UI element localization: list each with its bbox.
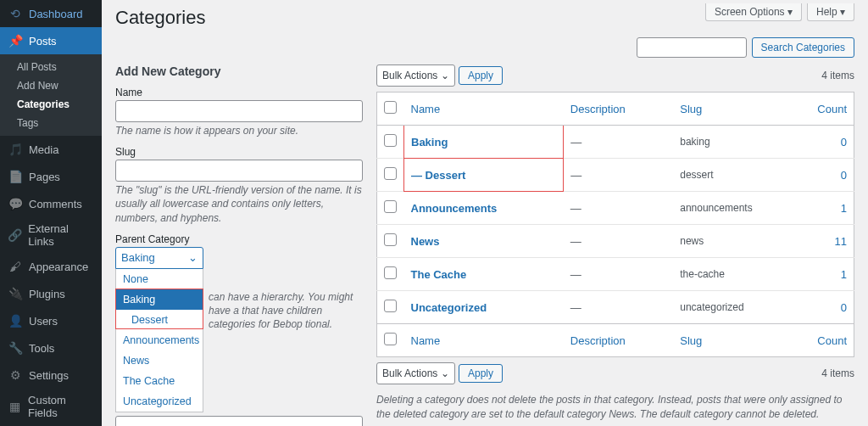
category-count-link[interactable]: 1 [841,268,847,281]
dropdown-option-news[interactable]: News [116,350,203,371]
category-slug: announcements [673,192,810,225]
dropdown-option-uncategorized[interactable]: Uncategorized [116,391,203,412]
grid-icon: ▦ [7,398,23,415]
category-count-link[interactable]: 0 [841,301,847,314]
category-name-link[interactable]: The Cache [411,268,467,281]
table-row: Baking—baking0 [377,126,854,159]
col-name-foot[interactable]: Name [404,324,564,357]
sidebar-item-media[interactable]: 🎵 Media [0,136,102,163]
categories-list: Bulk Actions ⌄ Apply 4 items Name Descri… [376,64,854,426]
page-icon: 📄 [7,168,24,185]
row-checkbox[interactable] [384,134,397,147]
row-checkbox[interactable] [384,200,397,213]
parent-category-select[interactable]: Baking ⌄ [115,247,203,269]
category-slug: uncategorized [673,291,810,324]
sidebar-item-label: Media [29,143,58,156]
sidebar-item-label: Appearance [29,261,88,273]
category-name-link[interactable]: News [411,235,440,248]
chevron-down-icon: ⌄ [441,367,449,379]
sidebar-item-users[interactable]: 👤 Users [0,307,102,334]
submenu-all-posts[interactable]: All Posts [0,58,102,76]
dropdown-option-the-cache[interactable]: The Cache [116,371,203,391]
category-count-link[interactable]: 11 [835,235,847,248]
help-button[interactable]: Help ▾ [807,3,854,21]
submenu-categories[interactable]: Categories [0,95,102,114]
sidebar-item-appearance[interactable]: 🖌 Appearance [0,253,102,280]
name-input[interactable] [115,100,363,122]
category-count-link[interactable]: 1 [841,202,847,215]
category-name-link[interactable]: Baking [411,136,448,149]
row-checkbox[interactable] [384,233,397,246]
name-label: Name [115,87,363,98]
table-row: News—news11 [377,225,854,258]
description-textarea[interactable] [115,416,363,426]
col-slug[interactable]: Slug [673,92,810,126]
category-desc: — [564,126,673,159]
sidebar-item-label: Settings [29,369,69,382]
form-heading: Add New Category [115,64,363,78]
col-name[interactable]: Name [404,92,564,126]
col-count-foot[interactable]: Count [810,324,854,357]
sidebar-item-label: Pages [29,171,60,183]
col-count[interactable]: Count [810,92,854,126]
sidebar-item-comments[interactable]: 💬 Comments [0,190,102,217]
posts-submenu: All Posts Add New Categories Tags [0,54,102,136]
submenu-add-new[interactable]: Add New [0,76,102,95]
col-slug-foot[interactable]: Slug [673,324,810,357]
sidebar-item-dashboard[interactable]: ⟲ Dashboard [0,0,102,27]
category-count-link[interactable]: 0 [841,169,847,182]
main-content: Categories Screen Options ▾ Help ▾ Searc… [102,0,868,426]
select-all-checkbox-bottom[interactable] [384,333,397,345]
sidebar-item-label: Comments [29,198,82,210]
chevron-down-icon: ⌄ [441,70,449,81]
table-row: — Dessert—dessert0 [377,159,854,192]
row-checkbox[interactable] [384,167,397,180]
slug-input[interactable] [115,160,363,182]
sidebar-item-settings[interactable]: ⚙ Settings [0,362,102,389]
category-slug: the-cache [673,258,810,291]
parent-help: can have a hierarchy. You might have a t… [209,290,363,332]
add-category-form: Add New Category Name The name is how it… [115,64,363,426]
plugin-icon: 🔌 [7,285,24,302]
sidebar-item-custom-fields[interactable]: ▦ Custom Fields [0,389,102,424]
table-row: Announcements—announcements1 [377,192,854,225]
screen-options-button[interactable]: Screen Options ▾ [705,3,802,21]
link-icon: 🔗 [7,227,23,244]
col-description-foot[interactable]: Description [564,324,673,357]
bulk-actions-select[interactable]: Bulk Actions ⌄ [376,64,455,87]
category-slug: news [673,225,810,258]
search-input[interactable] [637,37,747,58]
dropdown-option-dessert[interactable]: Dessert [116,310,203,330]
sidebar-item-plugins[interactable]: 🔌 Plugins [0,280,102,307]
category-count-link[interactable]: 0 [841,136,847,149]
col-description[interactable]: Description [564,92,673,126]
sidebar-item-tools[interactable]: 🔧 Tools [0,334,102,362]
sidebar-item-posts[interactable]: 📌 Posts [0,27,102,54]
name-help: The name is how it appears on your site. [115,124,363,137]
category-name-link[interactable]: Announcements [411,202,498,215]
slug-help: The "slug" is the URL-friendly version o… [115,183,363,225]
settings-icon: ⚙ [7,367,24,384]
submenu-tags[interactable]: Tags [0,114,102,132]
apply-button-top[interactable]: Apply [459,66,503,85]
category-desc: — [564,192,673,225]
sidebar-item-external-links[interactable]: 🔗 External Links [0,217,102,253]
dropdown-option-baking[interactable]: Baking [116,289,203,310]
sidebar-item-label: Dashboard [29,8,83,20]
row-checkbox[interactable] [384,300,397,312]
apply-button-bottom[interactable]: Apply [459,364,503,383]
search-categories-button[interactable]: Search Categories [752,37,854,58]
category-desc: — [564,258,673,291]
row-checkbox[interactable] [384,266,397,279]
dropdown-option-none[interactable]: None [116,269,203,289]
category-name-link[interactable]: Uncategorized [411,301,487,314]
delete-notice: Deleting a category does not delete the … [376,393,854,422]
table-row: Uncategorized—uncategorized0 [377,291,854,324]
dropdown-option-announcements[interactable]: Announcements [116,330,203,350]
category-desc: — [564,225,673,258]
bulk-actions-select-bottom[interactable]: Bulk Actions ⌄ [376,362,455,384]
sidebar-item-pages[interactable]: 📄 Pages [0,163,102,190]
category-desc: — [564,291,673,324]
select-all-checkbox[interactable] [384,101,397,114]
category-name-link[interactable]: — Dessert [411,169,465,182]
